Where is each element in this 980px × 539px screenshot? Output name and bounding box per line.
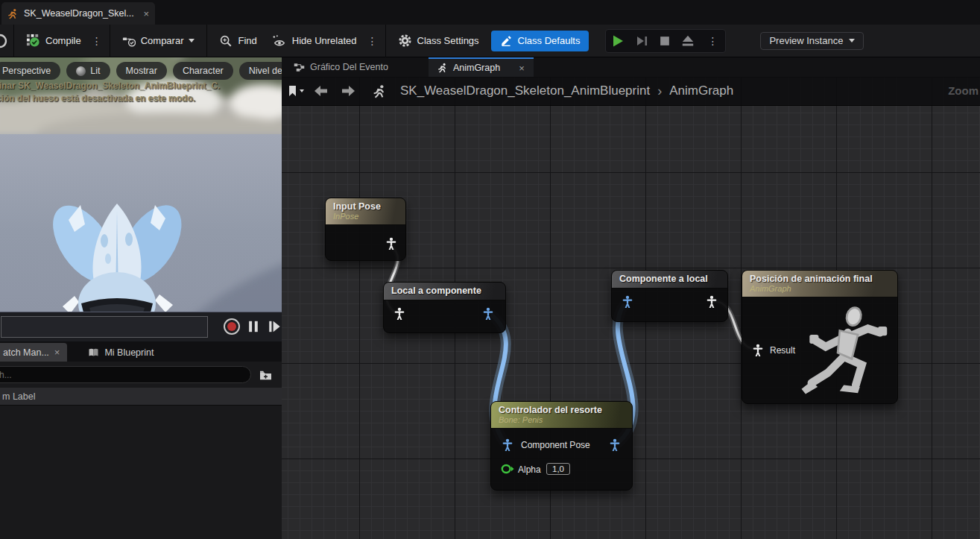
item-label-column-header[interactable]: m Label bbox=[0, 388, 282, 406]
breadcrumb-current[interactable]: AnimGraph bbox=[669, 83, 733, 98]
breadcrumb-root[interactable]: SK_WeaselDragon_Skeleton_AnimBlueprint bbox=[400, 83, 650, 98]
compile-label: Compile bbox=[45, 35, 81, 46]
search-placeholder-text: h... bbox=[0, 370, 12, 380]
close-icon[interactable]: × bbox=[519, 63, 525, 73]
breadcrumb-separator: › bbox=[657, 83, 662, 99]
alpha-value-input[interactable]: 1,0 bbox=[546, 463, 570, 475]
nav-back-button[interactable] bbox=[312, 85, 331, 97]
node-title: Local a componente bbox=[391, 286, 498, 296]
node-local-to-component[interactable]: Local a componente bbox=[383, 282, 506, 333]
find-button[interactable]: Find bbox=[212, 25, 264, 57]
bookmark-icon bbox=[288, 85, 297, 97]
document-tabbar: SK_WeaselDragon_Skel... × bbox=[0, 0, 980, 25]
event-graph-label: Gráfico Del Evento bbox=[310, 62, 388, 72]
character-dropdown[interactable]: Character bbox=[173, 62, 233, 80]
class-settings-button[interactable]: Class Settings bbox=[391, 25, 487, 57]
animgraph-label: AnimGraph bbox=[453, 63, 500, 73]
lit-sphere-icon bbox=[76, 66, 86, 76]
node-subtitle: AnimGraph bbox=[750, 284, 890, 293]
tab-my-blueprint[interactable]: Mi Blueprint bbox=[80, 343, 161, 362]
frame-skip-button[interactable] bbox=[634, 34, 649, 48]
toolbar-separator bbox=[13, 25, 14, 57]
compile-button[interactable]: Compile bbox=[19, 25, 89, 57]
node-output-pose[interactable]: Posición de animación final AnimGraph Re… bbox=[742, 270, 898, 404]
node-output-pose-header: Posición de animación final AnimGraph bbox=[742, 271, 897, 297]
document-tab-animblueprint[interactable]: SK_WeaselDragon_Skel... × bbox=[1, 2, 155, 25]
lit-dropdown[interactable]: Lit bbox=[66, 62, 110, 80]
play-button[interactable] bbox=[610, 34, 625, 48]
anim-scrubber[interactable] bbox=[1, 316, 208, 338]
add-category-button[interactable] bbox=[256, 367, 274, 383]
lod-dropdown[interactable]: Nivel de detalle bbox=[239, 62, 282, 80]
document-tab-title: SK_WeaselDragon_Skel... bbox=[24, 8, 134, 19]
close-icon[interactable]: × bbox=[143, 9, 149, 19]
node-subtitle: InPose bbox=[333, 212, 398, 221]
pose-input-pin[interactable] bbox=[393, 307, 406, 321]
undo-icon[interactable] bbox=[0, 32, 9, 50]
graph-canvas[interactable]: SK_WeaselDragon_Skeleton_AnimBlueprint ›… bbox=[282, 77, 980, 539]
playback-toolbar: ⋮ bbox=[605, 29, 726, 53]
class-defaults-label: Class Defaults bbox=[518, 35, 581, 46]
my-blueprint-label: Mi Blueprint bbox=[104, 347, 154, 358]
component-pose-output-pin[interactable] bbox=[608, 438, 622, 452]
eject-button[interactable] bbox=[680, 34, 695, 48]
perspective-label: Perspective bbox=[2, 66, 51, 76]
nav-forward-button[interactable] bbox=[338, 85, 358, 97]
toolbar-separator bbox=[110, 25, 110, 57]
zoom-level-indicator: Zoom bbox=[948, 84, 979, 97]
search-input[interactable]: h... bbox=[0, 366, 251, 383]
component-pose-input-pin[interactable] bbox=[621, 295, 634, 309]
unreal-editor-window: SK_WeaselDragon_Skel... × Compile ⋮ Comp… bbox=[0, 0, 980, 539]
pen-icon bbox=[500, 34, 513, 47]
component-pose-input-pin[interactable] bbox=[501, 438, 514, 452]
blueprint-run-icon bbox=[373, 84, 387, 98]
chevron-down-icon bbox=[300, 89, 304, 92]
tab-watch-manager[interactable]: atch Man... × bbox=[0, 343, 67, 362]
show-dropdown[interactable]: Mostrar bbox=[116, 62, 167, 80]
node-title: Componente a local bbox=[619, 274, 720, 284]
chevron-down-icon bbox=[189, 39, 195, 42]
node-title: Controlador del resorte bbox=[499, 405, 625, 415]
node-spring-controller[interactable]: Controlador del resorte Bone: Penis Comp… bbox=[490, 401, 633, 491]
node-input-pose-header: Input Pose InPose bbox=[326, 198, 405, 225]
alpha-value-text: 1,0 bbox=[552, 464, 564, 473]
stop-button[interactable] bbox=[658, 34, 671, 48]
playback-options-kebab[interactable]: ⋮ bbox=[704, 35, 721, 47]
record-button[interactable] bbox=[223, 318, 241, 335]
alpha-float-pin[interactable] bbox=[501, 464, 514, 474]
diff-button[interactable]: Comparar bbox=[115, 25, 203, 57]
node-local-to-component-header: Local a componente bbox=[384, 283, 505, 300]
graph-breadcrumb-bar: SK_WeaselDragon_Skeleton_AnimBlueprint ›… bbox=[282, 77, 980, 106]
item-label-text: m Label bbox=[2, 391, 35, 402]
perspective-dropdown[interactable]: Perspective bbox=[0, 62, 60, 80]
class-defaults-button[interactable]: Class Defaults bbox=[491, 31, 589, 51]
node-component-to-local[interactable]: Componente a local bbox=[611, 270, 728, 322]
close-icon[interactable]: × bbox=[54, 347, 60, 357]
eye-icon bbox=[272, 34, 287, 48]
gear-icon bbox=[398, 34, 412, 48]
watch-manager-label: atch Man... bbox=[3, 347, 49, 358]
result-input-pin[interactable] bbox=[751, 344, 765, 357]
class-settings-label: Class Settings bbox=[417, 35, 479, 46]
hide-unrelated-kebab[interactable]: ⋮ bbox=[364, 35, 381, 47]
node-component-to-local-header: Componente a local bbox=[612, 271, 727, 289]
hide-unrelated-button[interactable]: Hide Unrelated bbox=[265, 25, 364, 57]
bookmark-dropdown[interactable] bbox=[288, 85, 304, 97]
pause-button[interactable] bbox=[244, 318, 262, 335]
find-label: Find bbox=[238, 35, 256, 46]
component-pose-output-pin[interactable] bbox=[481, 307, 495, 321]
tab-animgraph[interactable]: AnimGraph × bbox=[429, 57, 534, 77]
toolbar-separator bbox=[385, 25, 386, 57]
preview-viewport[interactable]: Perspective Lit Mostrar Character Nivel … bbox=[0, 57, 282, 312]
lit-label: Lit bbox=[90, 66, 100, 76]
pose-output-pin[interactable] bbox=[385, 237, 398, 250]
step-forward-button[interactable] bbox=[265, 318, 283, 335]
tab-event-graph[interactable]: Gráfico Del Evento bbox=[285, 57, 397, 77]
panel-tabbar: atch Man... × Mi Blueprint bbox=[0, 341, 282, 362]
graph-icon bbox=[294, 63, 305, 72]
pose-output-pin[interactable] bbox=[705, 295, 718, 309]
toolbar-separator bbox=[206, 25, 207, 57]
node-input-pose[interactable]: Input Pose InPose bbox=[325, 198, 406, 261]
preview-instance-dropdown[interactable]: Preview Instance bbox=[760, 32, 864, 50]
compile-options-kebab[interactable]: ⋮ bbox=[89, 35, 105, 47]
